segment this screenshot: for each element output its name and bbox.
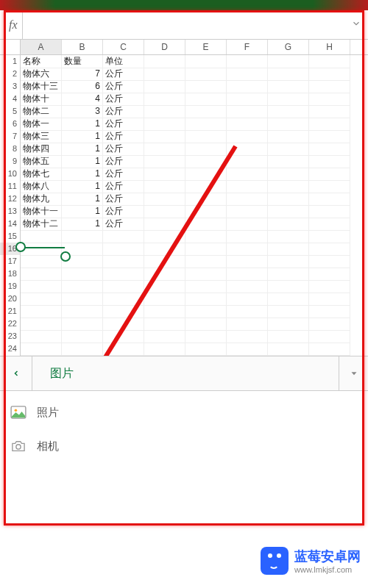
cell[interactable] xyxy=(309,143,350,156)
cell[interactable] xyxy=(268,243,309,256)
cell[interactable] xyxy=(185,143,227,156)
cell[interactable] xyxy=(309,280,350,293)
cell[interactable] xyxy=(144,80,185,93)
cell[interactable] xyxy=(227,180,268,193)
cell[interactable] xyxy=(144,168,185,181)
cell[interactable]: 公斤 xyxy=(103,180,144,193)
cell[interactable] xyxy=(227,343,268,356)
cell[interactable] xyxy=(185,55,227,68)
cell[interactable] xyxy=(268,280,309,293)
cell[interactable] xyxy=(227,280,268,293)
cell[interactable]: 物体一 xyxy=(21,118,62,131)
cell[interactable] xyxy=(227,118,268,131)
cell[interactable]: 4 xyxy=(62,93,103,106)
cell[interactable] xyxy=(227,218,268,231)
column-header-F[interactable]: F xyxy=(227,40,268,54)
cell[interactable] xyxy=(309,330,350,343)
cell[interactable] xyxy=(144,205,185,218)
cell[interactable] xyxy=(227,143,268,156)
cell[interactable]: 物体十三 xyxy=(21,80,62,93)
cell[interactable] xyxy=(309,130,350,143)
cell[interactable] xyxy=(309,193,350,206)
cell[interactable] xyxy=(144,55,185,68)
cell[interactable]: 1 xyxy=(62,118,103,131)
cell[interactable] xyxy=(268,230,309,243)
cell[interactable] xyxy=(309,218,350,231)
cell[interactable] xyxy=(103,293,144,306)
row-header-13[interactable]: 13 xyxy=(0,205,21,218)
cell[interactable] xyxy=(144,105,185,118)
cell[interactable] xyxy=(185,330,227,343)
cell[interactable] xyxy=(62,318,103,331)
row-header-2[interactable]: 2 xyxy=(0,68,21,81)
cell[interactable]: 公斤 xyxy=(103,130,144,143)
panel-back-button[interactable] xyxy=(0,356,32,390)
cell[interactable] xyxy=(309,243,350,256)
row-header-18[interactable]: 18 xyxy=(0,268,21,281)
cell[interactable]: 名称 xyxy=(21,55,62,68)
cell[interactable]: 3 xyxy=(62,105,103,118)
cell[interactable] xyxy=(185,280,227,293)
cell[interactable] xyxy=(21,230,62,243)
cell[interactable]: 1 xyxy=(62,180,103,193)
row-header-3[interactable]: 3 xyxy=(0,80,21,93)
cell[interactable] xyxy=(21,355,62,356)
cell[interactable] xyxy=(185,268,227,281)
cell[interactable]: 7 xyxy=(62,68,103,81)
cell[interactable]: 公斤 xyxy=(103,205,144,218)
cell[interactable] xyxy=(185,80,227,93)
cell[interactable] xyxy=(21,343,62,356)
cell[interactable]: 公斤 xyxy=(103,68,144,81)
cell[interactable] xyxy=(62,268,103,281)
cell[interactable]: 1 xyxy=(62,218,103,231)
cell[interactable] xyxy=(309,55,350,68)
cell[interactable] xyxy=(103,230,144,243)
cell[interactable] xyxy=(185,293,227,306)
row-header-12[interactable]: 12 xyxy=(0,193,21,206)
cell[interactable] xyxy=(185,255,227,268)
cell[interactable] xyxy=(227,80,268,93)
cell[interactable] xyxy=(227,155,268,168)
row-header-6[interactable]: 6 xyxy=(0,118,21,131)
cell[interactable] xyxy=(309,180,350,193)
row-header-7[interactable]: 7 xyxy=(0,130,21,143)
cell[interactable] xyxy=(268,143,309,156)
cell[interactable] xyxy=(309,155,350,168)
cell[interactable]: 物体六 xyxy=(21,68,62,81)
cell[interactable] xyxy=(268,168,309,181)
cell[interactable] xyxy=(185,355,227,356)
cell[interactable] xyxy=(144,355,185,356)
cell[interactable] xyxy=(103,318,144,331)
cell[interactable] xyxy=(227,330,268,343)
cell[interactable] xyxy=(268,343,309,356)
cell[interactable] xyxy=(227,168,268,181)
cell[interactable] xyxy=(268,55,309,68)
cell[interactable] xyxy=(144,293,185,306)
cell[interactable] xyxy=(103,255,144,268)
column-header-E[interactable]: E xyxy=(185,40,227,54)
cell[interactable] xyxy=(144,130,185,143)
cell[interactable] xyxy=(268,193,309,206)
cell[interactable] xyxy=(268,305,309,318)
cell[interactable] xyxy=(21,268,62,281)
row-header-20[interactable]: 20 xyxy=(0,293,21,306)
cell[interactable] xyxy=(144,243,185,256)
cell[interactable] xyxy=(227,305,268,318)
cell[interactable] xyxy=(268,205,309,218)
cell[interactable] xyxy=(103,305,144,318)
cell[interactable] xyxy=(62,330,103,343)
row-header-4[interactable]: 4 xyxy=(0,93,21,106)
row-header-23[interactable]: 23 xyxy=(0,330,21,343)
cell[interactable] xyxy=(62,305,103,318)
cell[interactable] xyxy=(185,180,227,193)
cell[interactable] xyxy=(268,68,309,81)
cell[interactable] xyxy=(268,118,309,131)
panel-option-photos[interactable]: 照片 xyxy=(0,395,368,429)
cell[interactable]: 公斤 xyxy=(103,168,144,181)
cell[interactable] xyxy=(144,118,185,131)
cell[interactable]: 物体十 xyxy=(21,93,62,106)
cell[interactable]: 物体三 xyxy=(21,130,62,143)
column-header-B[interactable]: B xyxy=(62,40,103,54)
cell[interactable] xyxy=(268,180,309,193)
column-header-D[interactable]: D xyxy=(144,40,185,54)
